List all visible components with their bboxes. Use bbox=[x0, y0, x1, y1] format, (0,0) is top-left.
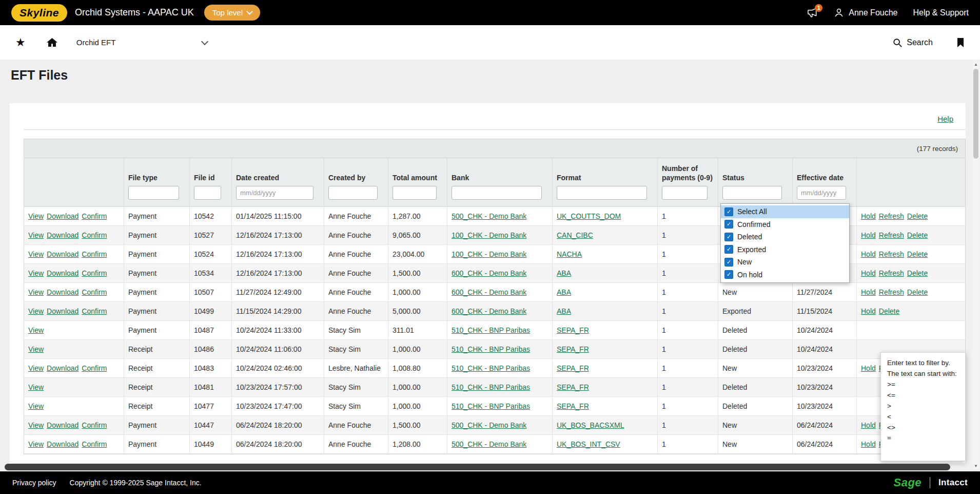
format-link[interactable]: UK_BOS_INT_CSV bbox=[557, 440, 620, 448]
row-action-refresh[interactable]: Refresh bbox=[879, 231, 904, 239]
row-action-view[interactable]: View bbox=[28, 440, 44, 448]
row-action-download[interactable]: Download bbox=[47, 421, 79, 429]
row-action-view[interactable]: View bbox=[28, 212, 44, 220]
filter-input-number-of-payments-0-9[interactable] bbox=[662, 186, 708, 200]
format-link[interactable]: ABA bbox=[557, 307, 571, 315]
status-option-exported[interactable]: ✓Exported bbox=[721, 243, 849, 256]
row-action-view[interactable]: View bbox=[28, 231, 44, 239]
row-action-confirm[interactable]: Confirm bbox=[82, 288, 107, 296]
row-action-view[interactable]: View bbox=[28, 364, 44, 372]
status-option-deleted[interactable]: ✓Deleted bbox=[721, 231, 849, 243]
row-action-refresh[interactable]: Refresh bbox=[879, 288, 904, 296]
entity-selector-button[interactable]: Top level bbox=[204, 5, 260, 21]
row-action-download[interactable]: Download bbox=[47, 307, 79, 315]
row-action-confirm[interactable]: Confirm bbox=[82, 421, 107, 429]
vertical-scrollbar[interactable]: ▲ ▼ bbox=[972, 61, 979, 469]
row-action-refresh[interactable]: Refresh bbox=[879, 250, 904, 258]
status-option-new[interactable]: ✓New bbox=[721, 256, 849, 269]
row-action-download[interactable]: Download bbox=[47, 269, 79, 277]
announcements-button[interactable]: 1 bbox=[807, 7, 818, 18]
filter-input-total-amount[interactable] bbox=[393, 186, 437, 200]
bank-link[interactable]: 600_CHK - Demo Bank bbox=[452, 307, 526, 315]
filter-input-file-id[interactable] bbox=[194, 186, 221, 200]
format-link[interactable]: UK_BOS_BACSXML bbox=[557, 421, 624, 429]
row-action-confirm[interactable]: Confirm bbox=[82, 269, 107, 277]
bank-link[interactable]: 510_CHK - BNP Paribas bbox=[452, 345, 530, 353]
scroll-up-arrow-icon[interactable]: ▲ bbox=[972, 61, 979, 68]
row-action-view[interactable]: View bbox=[28, 345, 44, 353]
user-menu[interactable]: Anne Fouche bbox=[834, 8, 897, 18]
checkbox-checked-icon[interactable]: ✓ bbox=[724, 233, 733, 241]
favorites-star-icon[interactable]: ★ bbox=[15, 37, 26, 48]
format-link[interactable]: UK_COUTTS_DOM bbox=[557, 212, 621, 220]
search-button[interactable]: Search bbox=[893, 38, 933, 47]
row-action-confirm[interactable]: Confirm bbox=[82, 307, 107, 315]
row-action-refresh[interactable]: Refresh bbox=[879, 212, 904, 220]
bookmark-button[interactable] bbox=[956, 37, 965, 48]
checkbox-checked-icon[interactable]: ✓ bbox=[724, 245, 733, 254]
row-action-confirm[interactable]: Confirm bbox=[82, 231, 107, 239]
bank-link[interactable]: 600_CHK - Demo Bank bbox=[452, 269, 526, 277]
row-action-delete[interactable]: Delete bbox=[907, 288, 928, 296]
home-button[interactable] bbox=[46, 37, 58, 48]
format-link[interactable]: ABA bbox=[557, 269, 571, 277]
vertical-scrollbar-thumb[interactable] bbox=[973, 69, 978, 159]
row-action-download[interactable]: Download bbox=[47, 288, 79, 296]
bank-link[interactable]: 510_CHK - BNP Paribas bbox=[452, 364, 530, 372]
row-action-confirm[interactable]: Confirm bbox=[82, 440, 107, 448]
row-action-view[interactable]: View bbox=[28, 288, 44, 296]
bank-link[interactable]: 510_CHK - BNP Paribas bbox=[452, 383, 530, 391]
format-link[interactable]: SEPA_FR bbox=[557, 364, 589, 372]
row-action-hold[interactable]: Hold bbox=[861, 231, 876, 239]
row-action-hold[interactable]: Hold bbox=[861, 440, 876, 448]
row-action-download[interactable]: Download bbox=[47, 440, 79, 448]
filter-input-created-by[interactable] bbox=[328, 186, 378, 200]
privacy-policy-link[interactable]: Privacy policy bbox=[12, 479, 56, 487]
horizontal-scrollbar[interactable] bbox=[5, 464, 950, 470]
filter-input-effective-date[interactable] bbox=[797, 186, 846, 200]
checkbox-checked-icon[interactable]: ✓ bbox=[724, 220, 733, 229]
bank-link[interactable]: 500_CHK - Demo Bank bbox=[452, 440, 526, 448]
row-action-view[interactable]: View bbox=[28, 383, 44, 391]
bank-link[interactable]: 600_CHK - Demo Bank bbox=[452, 288, 526, 296]
row-action-view[interactable]: View bbox=[28, 250, 44, 258]
row-action-view[interactable]: View bbox=[28, 402, 44, 410]
row-action-delete[interactable]: Delete bbox=[879, 307, 899, 315]
row-action-hold[interactable]: Hold bbox=[861, 421, 876, 429]
format-link[interactable]: SEPA_FR bbox=[557, 345, 589, 353]
row-action-confirm[interactable]: Confirm bbox=[82, 364, 107, 372]
scroll-down-arrow-icon[interactable]: ▼ bbox=[972, 462, 979, 469]
bank-link[interactable]: 100_CHK - Demo Bank bbox=[452, 231, 526, 239]
bank-link[interactable]: 500_CHK - Demo Bank bbox=[452, 212, 526, 220]
row-action-hold[interactable]: Hold bbox=[861, 288, 876, 296]
help-link[interactable]: Help bbox=[937, 115, 953, 123]
row-action-view[interactable]: View bbox=[28, 269, 44, 277]
format-link[interactable]: SEPA_FR bbox=[557, 402, 589, 410]
format-link[interactable]: NACHA bbox=[557, 250, 582, 258]
row-action-confirm[interactable]: Confirm bbox=[82, 250, 107, 258]
filter-input-bank[interactable] bbox=[452, 186, 542, 200]
row-action-refresh[interactable]: Refresh bbox=[879, 269, 904, 277]
bank-link[interactable]: 500_CHK - Demo Bank bbox=[452, 421, 526, 429]
status-option-select-all[interactable]: ✓Select All bbox=[721, 205, 849, 218]
checkbox-checked-icon[interactable]: ✓ bbox=[724, 258, 733, 267]
status-option-confirmed[interactable]: ✓Confirmed bbox=[721, 218, 849, 231]
format-link[interactable]: SEPA_FR bbox=[557, 326, 589, 334]
row-action-hold[interactable]: Hold bbox=[861, 364, 876, 372]
row-action-hold[interactable]: Hold bbox=[861, 307, 876, 315]
bank-link[interactable]: 100_CHK - Demo Bank bbox=[452, 250, 526, 258]
row-action-delete[interactable]: Delete bbox=[907, 250, 928, 258]
row-action-hold[interactable]: Hold bbox=[861, 250, 876, 258]
application-menu[interactable]: Orchid EFT bbox=[76, 38, 207, 47]
row-action-delete[interactable]: Delete bbox=[907, 231, 928, 239]
row-action-delete[interactable]: Delete bbox=[907, 212, 928, 220]
row-action-view[interactable]: View bbox=[28, 326, 44, 334]
filter-input-format[interactable] bbox=[557, 186, 647, 200]
status-option-on-hold[interactable]: ✓On hold bbox=[721, 269, 849, 281]
format-link[interactable]: ABA bbox=[557, 288, 571, 296]
checkbox-checked-icon[interactable]: ✓ bbox=[724, 207, 733, 216]
row-action-confirm[interactable]: Confirm bbox=[82, 212, 107, 220]
row-action-hold[interactable]: Hold bbox=[861, 212, 876, 220]
row-action-download[interactable]: Download bbox=[47, 250, 79, 258]
row-action-hold[interactable]: Hold bbox=[861, 269, 876, 277]
